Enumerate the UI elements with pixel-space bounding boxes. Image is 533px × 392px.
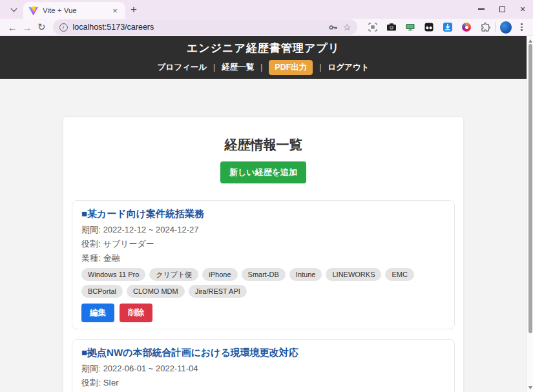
- app-title: エンジニア経歴書管理アプリ: [187, 41, 340, 56]
- bookmark-star-icon[interactable]: ☆: [343, 22, 351, 32]
- tab-close-icon[interactable]: ×: [110, 5, 120, 15]
- window-controls: ×: [471, 0, 533, 19]
- career-industry: 業種:金融: [81, 252, 445, 264]
- add-career-button[interactable]: 新しい経歴を追加: [220, 161, 306, 183]
- career-item: ■拠点NWの本部統合計画における現環境更改対応 期間:2022-06-01 ~ …: [72, 339, 455, 392]
- address-bar[interactable]: i localhost:5173/careers ☆: [53, 19, 358, 35]
- browser-menu-icon[interactable]: [516, 21, 528, 34]
- nav-pdf-export[interactable]: PDF出力: [269, 60, 313, 75]
- gradient-ring-icon: [462, 23, 471, 32]
- tech-tag: CLOMO MDM: [127, 285, 185, 298]
- content-card: 経歴情報一覧 新しい経歴を追加 ■某カード向け案件統括業務 期間:2022-12…: [63, 116, 464, 392]
- site-header: エンジニア経歴書管理アプリ プロフィール | 経歴一覧 | PDF出力 | ログ…: [0, 36, 527, 79]
- career-role: 役割:サブリーダー: [81, 238, 445, 250]
- tab-strip: Vite + Vue × + ×: [0, 0, 533, 19]
- period-value: 2022-06-01 ~ 2022-11-04: [103, 364, 198, 373]
- role-value: SIer: [103, 378, 119, 387]
- tech-tag: iPhone: [202, 268, 237, 281]
- period-value: 2022-12-12 ~ 2024-12-27: [103, 225, 199, 234]
- nav-logout[interactable]: ログアウト: [328, 62, 369, 73]
- browser-toolbar: ← → ↻ i localhost:5173/careers ☆: [0, 19, 533, 36]
- tech-tag: クリプト便: [149, 268, 198, 281]
- new-tab-button[interactable]: +: [125, 1, 142, 18]
- profile-avatar[interactable]: [500, 21, 512, 34]
- career-period: 期間:2022-06-01 ~ 2022-11-04: [81, 362, 445, 375]
- career-item: ■某カード向け案件統括業務 期間:2022-12-12 ~ 2024-12-27…: [72, 200, 455, 329]
- career-role: 役割:SIer: [81, 377, 445, 389]
- reload-button[interactable]: ↻: [34, 19, 49, 35]
- page-title: 経歴情報一覧: [72, 136, 455, 153]
- maximize-button[interactable]: [492, 0, 512, 18]
- role-label: 役割:: [81, 378, 101, 387]
- period-label: 期間:: [81, 364, 101, 373]
- gradient-camera-extension-icon[interactable]: [460, 21, 473, 34]
- password-key-icon[interactable]: [328, 23, 338, 32]
- chevron-down-icon: [10, 6, 17, 12]
- tech-tag: Windows 11 Pro: [81, 268, 145, 281]
- maximize-icon: [499, 6, 505, 12]
- industry-label: 業種:: [81, 253, 101, 263]
- scroll-down-arrow[interactable]: [527, 384, 533, 391]
- web-page: エンジニア経歴書管理アプリ プロフィール | 経歴一覧 | PDF出力 | ログ…: [0, 36, 527, 392]
- back-button[interactable]: ←: [5, 19, 20, 35]
- page-viewport: エンジニア経歴書管理アプリ プロフィール | 経歴一覧 | PDF出力 | ログ…: [0, 36, 533, 392]
- url-text[interactable]: localhost:5173/careers: [73, 23, 323, 32]
- career-title: ■某カード向け案件統括業務: [81, 207, 445, 220]
- close-icon: ×: [520, 5, 525, 14]
- site-info-icon[interactable]: i: [59, 23, 68, 32]
- career-actions: 編集 削除: [81, 304, 445, 322]
- edit-button[interactable]: 編集: [81, 304, 114, 322]
- close-button[interactable]: ×: [512, 0, 533, 18]
- triangle-down-icon: [528, 386, 532, 389]
- minimize-icon: [478, 8, 485, 9]
- industry-value: 金融: [103, 253, 120, 263]
- tech-tag: BCPortal: [81, 285, 123, 298]
- delete-button[interactable]: 削除: [120, 304, 152, 322]
- nav-profile[interactable]: プロフィール: [158, 62, 207, 73]
- tech-tag: Smart-DB: [242, 268, 286, 281]
- triangle-up-icon: [528, 39, 532, 43]
- career-period: 期間:2022-12-12 ~ 2024-12-27: [81, 223, 445, 236]
- main-nav: プロフィール | 経歴一覧 | PDF出力 | ログアウト: [158, 60, 370, 75]
- tech-tag: Jira/REST API: [189, 285, 247, 298]
- nav-separator: |: [319, 63, 321, 72]
- page-scrollbar[interactable]: [527, 36, 533, 392]
- career-title: ■拠点NWの本部統合計画における現環境更改対応: [81, 346, 445, 359]
- capture-frame-extension-icon[interactable]: [366, 21, 379, 34]
- extensions-puzzle-icon[interactable]: [479, 21, 492, 34]
- toolbar-divider: [496, 22, 496, 32]
- nav-separator: |: [260, 63, 262, 72]
- career-list: ■某カード向け案件統括業務 期間:2022-12-12 ~ 2024-12-27…: [72, 200, 455, 392]
- browser-tab[interactable]: Vite + Vue ×: [23, 2, 125, 19]
- extensions-area: [366, 21, 492, 34]
- period-label: 期間:: [81, 225, 101, 234]
- scroll-up-arrow[interactable]: [527, 37, 533, 44]
- nav-career-list[interactable]: 経歴一覧: [222, 62, 254, 73]
- tech-tag: Intune: [289, 268, 322, 281]
- career-tags: Windows 11 Proクリプト便iPhoneSmart-DBIntuneL…: [81, 268, 445, 298]
- forward-button[interactable]: →: [20, 19, 35, 35]
- role-value: サブリーダー: [103, 239, 154, 249]
- tech-tag: EMC: [385, 268, 413, 281]
- nav-separator: |: [213, 63, 215, 72]
- minimize-button[interactable]: [471, 0, 492, 18]
- download-extension-icon[interactable]: [441, 21, 454, 34]
- role-label: 役割:: [81, 239, 101, 249]
- browser-window: Vite + Vue × + × ← → ↻ i localhost:5173/…: [0, 0, 533, 392]
- tab-search-button[interactable]: [5, 3, 22, 17]
- tab-title: Vite + Vue: [43, 6, 105, 14]
- tech-tag: LINEWORKS: [326, 268, 381, 281]
- dark-face-extension-icon[interactable]: [423, 21, 435, 34]
- vite-favicon-icon: [28, 6, 38, 15]
- camera-extension-icon[interactable]: [385, 21, 398, 34]
- screen-share-extension-icon[interactable]: [404, 21, 417, 34]
- scrollbar-thumb[interactable]: [528, 44, 532, 333]
